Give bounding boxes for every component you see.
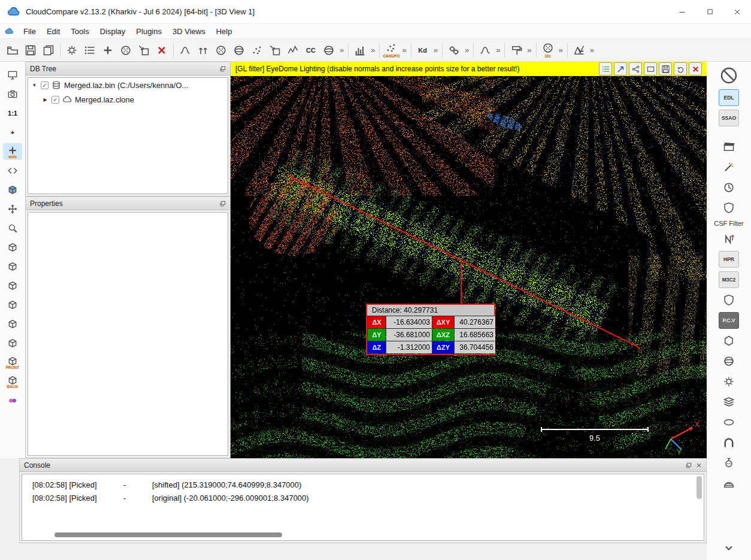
- view-front-button[interactable]: [3, 277, 22, 294]
- back-iso-view-button[interactable]: BACK: [3, 373, 22, 390]
- point-picking-button[interactable]: [194, 41, 212, 59]
- scrollbar-thumb[interactable]: [54, 532, 282, 537]
- overflow-chevron[interactable]: »: [557, 46, 565, 55]
- float-panel-icon[interactable]: [217, 198, 228, 208]
- stereo-button[interactable]: [3, 392, 22, 409]
- visibility-checkbox[interactable]: ✓: [52, 96, 59, 104]
- clone-button[interactable]: [40, 41, 57, 59]
- merge-button[interactable]: [99, 41, 117, 59]
- overflow-chevron[interactable]: »: [525, 46, 533, 55]
- point-cloud-canvas[interactable]: [231, 76, 707, 458]
- float-panel-icon[interactable]: [683, 460, 694, 470]
- mirror-view-button[interactable]: [3, 162, 22, 179]
- expand-icon[interactable]: ▶: [42, 97, 49, 102]
- broom-plugin-button[interactable]: [719, 159, 739, 175]
- overflow-chevron[interactable]: »: [463, 46, 471, 55]
- random-sampling-button[interactable]: [248, 41, 266, 59]
- save-button[interactable]: [22, 41, 40, 59]
- extract-sections-button[interactable]: [266, 41, 284, 59]
- circles-button[interactable]: 10c: [539, 41, 557, 59]
- tree-item[interactable]: ▼✓Merged.laz.bin (C:/Users/kenna/O...: [28, 78, 228, 92]
- curvature-button[interactable]: [476, 41, 494, 59]
- overflow-chevron[interactable]: »: [588, 46, 596, 55]
- overflow-chevron[interactable]: »: [338, 46, 346, 55]
- filters-plugin-button[interactable]: [719, 373, 739, 390]
- arch-plugin-button[interactable]: [719, 434, 739, 451]
- maximize-button[interactable]: [696, 0, 723, 23]
- global-shift-button[interactable]: [3, 181, 22, 198]
- delete-button[interactable]: [153, 41, 171, 59]
- facets-plugin-button[interactable]: [719, 292, 739, 308]
- m3c2-plugin-button[interactable]: M3C2: [719, 271, 739, 288]
- view-top-button[interactable]: [3, 239, 22, 256]
- horizontal-scrollbar[interactable]: [38, 532, 677, 537]
- measure-pick-button[interactable]: [614, 62, 627, 75]
- close-button[interactable]: [723, 0, 751, 23]
- close-panel-icon[interactable]: [694, 460, 704, 470]
- 3d-view[interactable]: [GL filter] EyeDome Lighting (disable no…: [231, 62, 707, 458]
- float-panel-icon[interactable]: [217, 63, 228, 74]
- zoom-fit-button[interactable]: 1:1: [3, 105, 22, 122]
- edl-button[interactable]: EDL: [719, 89, 739, 106]
- crop-button[interactable]: [135, 41, 153, 59]
- menu-plugins[interactable]: Plugins: [131, 25, 167, 38]
- overflow-chevron[interactable]: »: [369, 46, 377, 55]
- layers-plugin-button[interactable]: [719, 393, 739, 410]
- dome-plugin-button[interactable]: [719, 475, 739, 492]
- normals-plugin-button[interactable]: [719, 231, 739, 247]
- ransac-plugin-button[interactable]: [719, 353, 739, 370]
- subsample-button[interactable]: [117, 41, 135, 59]
- measure-close-button[interactable]: [689, 62, 702, 75]
- menu-3d-views[interactable]: 3D Views: [167, 25, 211, 38]
- volume-plugin-button[interactable]: [719, 414, 739, 431]
- view-back-button[interactable]: [3, 296, 22, 313]
- visibility-checkbox[interactable]: ✓: [41, 81, 49, 89]
- poisson-plugin-button[interactable]: [719, 332, 739, 349]
- gears-button[interactable]: [445, 41, 463, 59]
- bot-plugin-button[interactable]: [719, 455, 739, 471]
- ssao-button[interactable]: SSAO: [719, 110, 739, 126]
- measure-levels-button[interactable]: [599, 62, 612, 75]
- histogram-button[interactable]: [351, 41, 369, 59]
- menu-file[interactable]: File: [18, 25, 41, 38]
- polyline-tracing-button[interactable]: [284, 41, 302, 59]
- overflow-chevron[interactable]: »: [432, 46, 440, 55]
- minimize-button[interactable]: [668, 0, 696, 23]
- hpr-plugin-button[interactable]: HPR: [719, 251, 739, 268]
- menu-edit[interactable]: Edit: [41, 25, 65, 38]
- compass-plugin-button[interactable]: [719, 179, 739, 196]
- view-left-button[interactable]: [3, 316, 22, 332]
- remove-gl-filter-button[interactable]: [719, 65, 739, 86]
- display-settings-button[interactable]: [3, 66, 22, 83]
- tree-item[interactable]: ▶✓Merged.laz.clone: [28, 92, 228, 107]
- mesh-button[interactable]: [570, 41, 588, 59]
- zoom-mode-button[interactable]: [3, 220, 22, 237]
- octree-button[interactable]: [212, 41, 230, 59]
- interactive-segmentation-button[interactable]: [176, 41, 194, 59]
- pcv-plugin-button[interactable]: P.C.V: [719, 312, 739, 329]
- pan-mode-button[interactable]: [3, 201, 22, 217]
- more-plugins-button[interactable]: [719, 540, 739, 556]
- scrollbar-thumb[interactable]: [697, 476, 702, 499]
- view-right-button[interactable]: [3, 335, 22, 352]
- measure-reset-button[interactable]: [674, 62, 687, 75]
- measure-save-button[interactable]: [659, 62, 672, 75]
- paint-button[interactable]: [507, 41, 525, 59]
- menu-display[interactable]: Display: [95, 25, 131, 38]
- view-bottom-button[interactable]: [3, 258, 22, 275]
- auto-point-size-button[interactable]: auto: [3, 143, 22, 160]
- canupo-button[interactable]: CANUPO: [382, 41, 400, 59]
- measure-rect-button[interactable]: [644, 62, 657, 75]
- vertical-scrollbar[interactable]: [697, 476, 702, 531]
- screenshot-button[interactable]: [3, 86, 22, 102]
- kd-tree-button[interactable]: Kd: [414, 41, 432, 59]
- apply-transformation-button[interactable]: [81, 41, 99, 59]
- front-iso-view-button[interactable]: FRONT: [3, 354, 22, 371]
- cloud-cloud-distance-button[interactable]: CC: [302, 41, 320, 59]
- measure-graph-button[interactable]: [629, 62, 642, 75]
- zoom-settings-button[interactable]: [63, 41, 81, 59]
- noise-filter-button[interactable]: [230, 41, 248, 59]
- overflow-chevron[interactable]: »: [400, 46, 408, 55]
- increase-point-size-button[interactable]: +: [3, 124, 22, 141]
- open-button[interactable]: [4, 41, 22, 59]
